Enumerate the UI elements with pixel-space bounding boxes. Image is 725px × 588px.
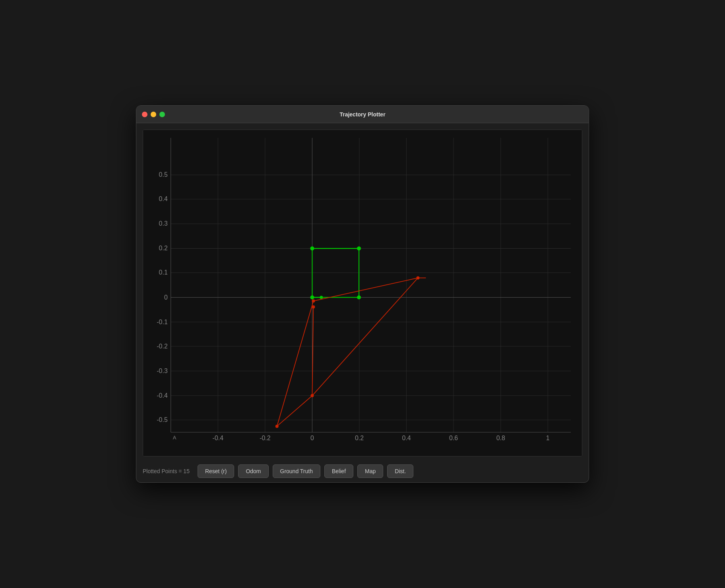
svg-point-45 bbox=[310, 246, 314, 250]
svg-point-49 bbox=[320, 296, 323, 299]
belief-button[interactable]: Belief bbox=[324, 464, 353, 478]
svg-text:0: 0 bbox=[164, 294, 168, 301]
svg-point-56 bbox=[312, 300, 315, 303]
svg-text:-0.2: -0.2 bbox=[157, 343, 168, 350]
odom-button[interactable]: Odom bbox=[238, 464, 268, 478]
main-window: Trajectory Plotter bbox=[136, 105, 589, 483]
svg-text:1: 1 bbox=[546, 435, 550, 441]
plot-svg: 0.5 0.4 0.3 0.2 0.1 0 -0.1 -0.2 -0.3 -0.… bbox=[143, 130, 582, 456]
bottom-bar: Plotted Points = 15 Reset (r) Odom Groun… bbox=[143, 461, 582, 481]
svg-text:-0.2: -0.2 bbox=[260, 435, 271, 441]
plotted-points-label: Plotted Points = 15 bbox=[143, 468, 190, 474]
svg-text:-0.3: -0.3 bbox=[157, 368, 168, 374]
svg-text:0.3: 0.3 bbox=[159, 220, 168, 227]
svg-text:0.2: 0.2 bbox=[159, 245, 168, 251]
svg-text:0.2: 0.2 bbox=[355, 435, 364, 441]
svg-text:A: A bbox=[173, 435, 176, 441]
svg-text:0.5: 0.5 bbox=[159, 171, 168, 178]
reset-button[interactable]: Reset (r) bbox=[198, 464, 234, 478]
plot-area: 0.5 0.4 0.3 0.2 0.1 0 -0.1 -0.2 -0.3 -0.… bbox=[143, 130, 582, 456]
svg-point-58 bbox=[310, 394, 314, 397]
svg-point-60 bbox=[417, 276, 420, 279]
svg-text:-0.4: -0.4 bbox=[157, 392, 168, 399]
svg-text:0.4: 0.4 bbox=[159, 195, 168, 202]
svg-text:0.1: 0.1 bbox=[159, 269, 168, 276]
svg-rect-0 bbox=[143, 130, 582, 456]
svg-text:0.4: 0.4 bbox=[402, 435, 411, 441]
svg-text:-0.5: -0.5 bbox=[157, 416, 168, 423]
traffic-lights bbox=[142, 112, 165, 117]
svg-point-48 bbox=[310, 296, 314, 300]
svg-point-47 bbox=[357, 296, 361, 300]
svg-point-46 bbox=[357, 246, 361, 250]
svg-text:-0.1: -0.1 bbox=[157, 319, 168, 325]
map-button[interactable]: Map bbox=[357, 464, 383, 478]
ground-truth-button[interactable]: Ground Truth bbox=[273, 464, 321, 478]
svg-text:0.6: 0.6 bbox=[449, 435, 458, 441]
svg-text:0: 0 bbox=[310, 435, 314, 441]
main-content: 0.5 0.4 0.3 0.2 0.1 0 -0.1 -0.2 -0.3 -0.… bbox=[136, 123, 589, 483]
svg-text:-0.4: -0.4 bbox=[213, 435, 224, 441]
window-title: Trajectory Plotter bbox=[339, 111, 385, 118]
close-button[interactable] bbox=[142, 112, 147, 117]
maximize-button[interactable] bbox=[159, 112, 165, 117]
dist-button[interactable]: Dist. bbox=[387, 464, 413, 478]
title-bar: Trajectory Plotter bbox=[136, 106, 589, 123]
svg-text:0.8: 0.8 bbox=[496, 435, 505, 441]
svg-point-57 bbox=[275, 425, 279, 428]
minimize-button[interactable] bbox=[151, 112, 156, 117]
svg-point-59 bbox=[312, 306, 315, 309]
